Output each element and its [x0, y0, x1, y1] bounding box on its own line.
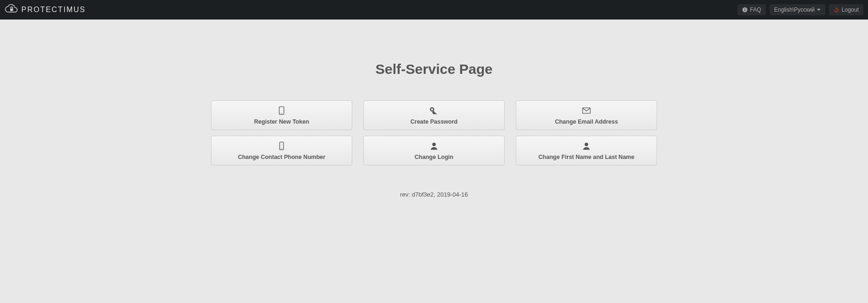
- logout-button[interactable]: Logout: [829, 4, 863, 15]
- create-password-tile[interactable]: Create Password: [363, 100, 505, 130]
- tablet-icon: [276, 106, 287, 117]
- faq-label: FAQ: [750, 7, 761, 13]
- tile-label: Change Login: [414, 154, 453, 160]
- user-icon: [581, 141, 592, 152]
- chevron-down-icon: [817, 9, 821, 11]
- change-name-tile[interactable]: Change First Name and Last Name: [516, 136, 657, 165]
- footer-revision: rev: d7bf3e2, 2019-04-16: [211, 191, 657, 198]
- logout-label: Logout: [842, 7, 859, 13]
- power-icon: [834, 7, 839, 13]
- svg-rect-2: [744, 9, 745, 11]
- action-grid: Register New Token Create Password Chang…: [211, 100, 657, 165]
- header: PROTECTIMUS FAQ English\Русский: [0, 0, 868, 20]
- svg-point-13: [585, 142, 588, 146]
- change-login-tile[interactable]: Change Login: [363, 136, 505, 165]
- change-email-tile[interactable]: Change Email Address: [516, 100, 657, 130]
- tile-label: Change First Name and Last Name: [539, 154, 634, 160]
- tile-label: Register New Token: [254, 119, 309, 125]
- phone-icon: [276, 141, 287, 152]
- envelope-icon: [581, 106, 592, 117]
- register-new-token-tile[interactable]: Register New Token: [211, 100, 352, 130]
- faq-button[interactable]: FAQ: [737, 4, 766, 15]
- change-phone-tile[interactable]: Change Contact Phone Number: [211, 136, 352, 165]
- tile-label: Change Email Address: [555, 119, 618, 125]
- cloud-lock-icon: [5, 4, 19, 16]
- svg-rect-3: [744, 8, 745, 9]
- header-actions: FAQ English\Русский Logout: [737, 4, 863, 15]
- brand-text: PROTECTIMUS: [21, 6, 85, 14]
- key-icon: [429, 106, 439, 117]
- language-label: English\Русский: [774, 7, 815, 13]
- svg-point-11: [281, 148, 282, 149]
- main-content: Self-Service Page Register New Token Cre…: [211, 20, 657, 198]
- page-title: Self-Service Page: [211, 61, 657, 77]
- tile-label: Create Password: [410, 119, 457, 125]
- svg-point-7: [281, 113, 282, 114]
- language-selector[interactable]: English\Русский: [769, 4, 825, 15]
- svg-rect-0: [10, 8, 13, 11]
- brand-logo[interactable]: PROTECTIMUS: [5, 4, 85, 16]
- user-icon: [429, 141, 439, 152]
- info-icon: [742, 7, 748, 13]
- svg-point-12: [432, 142, 436, 146]
- tile-label: Change Contact Phone Number: [238, 154, 325, 160]
